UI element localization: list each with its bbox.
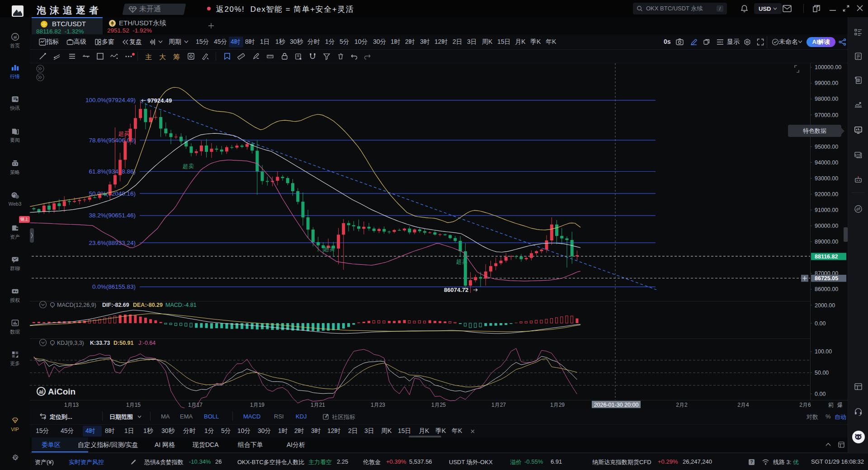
svg-text:超卖: 超卖 [456,258,468,265]
svg-text:J:-0.64: J:-0.64 [138,340,156,346]
svg-text:94000.00: 94000.00 [815,160,838,166]
svg-text:1月21: 1月21 [311,402,325,408]
svg-text:0.00: 0.00 [815,320,826,327]
svg-text:86725.05: 86725.05 [815,275,838,282]
svg-text:90000.00: 90000.00 [815,223,838,229]
svg-text:100.0%(97924.49): 100.0%(97924.49) [85,97,136,103]
svg-text:61.8%(93428.86): 61.8%(93428.86) [89,168,136,175]
svg-text:1月19: 1月19 [250,402,264,408]
svg-text:ETF: ETF [855,153,860,156]
svg-text:MACD(12,26,9): MACD(12,26,9) [57,302,96,308]
svg-text:1月25: 1月25 [431,402,446,408]
svg-text:88116.82: 88116.82 [815,254,838,260]
svg-text:97000.00: 97000.00 [815,112,838,118]
svg-text:50.0%(92040.16): 50.0%(92040.16) [89,190,136,197]
svg-text:100.00: 100.00 [815,348,832,355]
svg-text:1月13: 1月13 [64,402,79,408]
svg-text:95000.00: 95000.00 [815,144,838,150]
svg-text:2月4: 2月4 [737,402,749,408]
svg-text:爆: 爆 [837,402,843,408]
svg-text:92000.00: 92000.00 [815,191,838,197]
svg-text:50.00: 50.00 [815,370,829,376]
svg-text:0.0%(86155.83): 0.0%(86155.83) [92,283,136,290]
svg-text:86000.00: 86000.00 [815,286,838,292]
svg-text:MACD:-4.81: MACD:-4.81 [165,302,197,308]
svg-text:78.6%(95406.00): 78.6%(95406.00) [89,137,136,144]
svg-text:超卖: 超卖 [324,246,335,252]
svg-text:AiCoin: AiCoin [48,387,75,396]
svg-text:超买: 超买 [118,131,130,137]
svg-text:1月23: 1月23 [371,402,385,408]
svg-text:23.6%(88933.24): 23.6%(88933.24) [89,240,136,246]
svg-text:ai: ai [13,35,16,39]
svg-text:86074.72: 86074.72 [444,287,468,293]
svg-text:1月17: 1月17 [188,402,203,408]
svg-text:0.00: 0.00 [815,391,826,397]
svg-text:DIF:-82.69: DIF:-82.69 [102,302,129,308]
svg-text:91000.00: 91000.00 [815,207,838,213]
svg-text:ai: ai [39,389,43,395]
svg-text:?: ? [750,460,753,465]
svg-text:1月27: 1月27 [491,402,506,408]
svg-text:D:50.91: D:50.91 [113,340,134,346]
svg-text:2000.00: 2000.00 [815,302,835,309]
svg-text:1月29: 1月29 [550,402,565,408]
svg-text:93000.00: 93000.00 [815,175,838,182]
svg-text:99000.00: 99000.00 [815,80,838,86]
svg-text:2月2: 2月2 [676,402,688,408]
svg-text:1月15: 1月15 [126,402,141,408]
svg-text:98000.00: 98000.00 [815,96,838,102]
svg-text:DEA:-80.29: DEA:-80.29 [133,302,163,308]
svg-text:2月6: 2月6 [799,402,811,408]
svg-text:超卖: 超卖 [183,163,194,169]
svg-text:100000.00: 100000.00 [815,64,841,70]
svg-text:89000.00: 89000.00 [815,239,838,245]
svg-text:97924.49: 97924.49 [147,97,172,104]
svg-text:KDJ(9,3,3): KDJ(9,3,3) [57,340,84,346]
svg-text:筣: 筣 [828,402,834,408]
svg-text:38.2%(90651.46): 38.2%(90651.46) [89,212,136,219]
svg-text:2026-01-30 20:00: 2026-01-30 20:00 [594,402,639,408]
svg-text:K:33.73: K:33.73 [90,340,110,346]
